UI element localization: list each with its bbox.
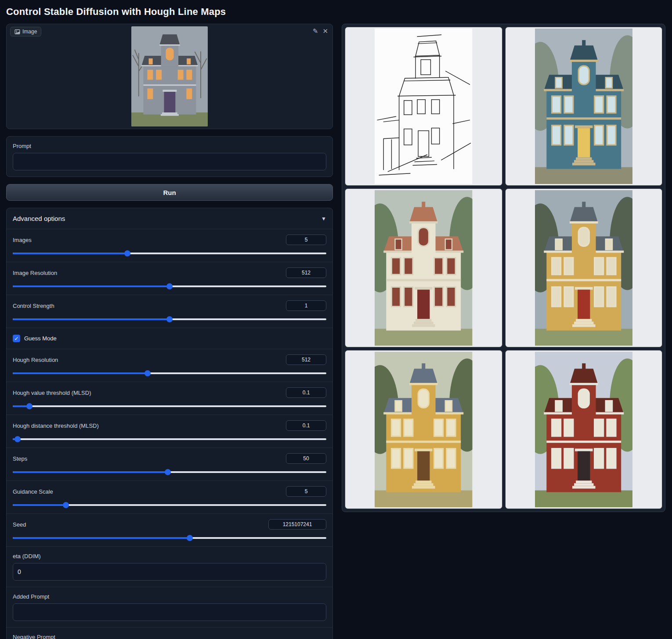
generated-house-image-5: [535, 352, 633, 507]
slider-guidance-scale-track[interactable]: [13, 502, 326, 508]
output-gallery: [342, 24, 665, 512]
slider-hough-resolution-label: Hough Resolution: [13, 357, 58, 363]
slider-seed-label: Seed: [13, 521, 26, 528]
slider-hough-distance-threshold: Hough distance threshold (MLSD): [7, 415, 332, 448]
controls-column: Image ✎ ✕ Prompt Run Advanced options ▼: [6, 24, 333, 639]
gallery-item-output-3[interactable]: [505, 188, 663, 347]
slider-control-strength-handle[interactable]: [166, 316, 173, 322]
slider-hough-distance-threshold-track[interactable]: [13, 436, 326, 442]
slider-hough-value-threshold: Hough value threshold (MLSD): [7, 382, 332, 415]
edit-icon[interactable]: ✎: [313, 28, 318, 34]
eta-label: eta (DDIM): [13, 553, 326, 560]
slider-guidance-scale-value[interactable]: [286, 486, 326, 497]
slider-seed-track[interactable]: [13, 535, 326, 541]
guess-mode-label: Guess Mode: [24, 335, 57, 342]
slider-hough-resolution-track[interactable]: [13, 370, 326, 376]
slider-hough-value-threshold-handle[interactable]: [26, 403, 33, 409]
slider-images-handle[interactable]: [124, 250, 130, 256]
slider-guidance-scale: Guidance Scale: [7, 480, 332, 513]
generated-house-image-2: [375, 190, 473, 346]
slider-images-track[interactable]: [13, 250, 326, 256]
slider-hough-resolution-value[interactable]: [286, 354, 326, 365]
slider-hough-distance-threshold-handle[interactable]: [14, 436, 21, 442]
slider-control-strength-label: Control Strength: [13, 303, 54, 309]
slider-steps-value[interactable]: [286, 453, 326, 464]
slider-hough-value-threshold-label: Hough value threshold (MLSD): [13, 390, 91, 396]
slider-hough-distance-threshold-label: Hough distance threshold (MLSD): [13, 422, 99, 429]
gallery-item-output-2[interactable]: [345, 188, 502, 347]
slider-hough-value-threshold-value[interactable]: [286, 387, 326, 398]
gallery-item-output-5[interactable]: [505, 350, 663, 509]
slider-images: Images: [7, 229, 332, 262]
slider-guidance-scale-handle[interactable]: [63, 502, 69, 508]
input-image[interactable]: [131, 26, 208, 126]
added-prompt-group: Added Prompt: [7, 587, 332, 627]
slider-steps: Steps: [7, 448, 332, 480]
slider-hough-value-threshold-track[interactable]: [13, 403, 326, 409]
prompt-block: Prompt: [6, 136, 333, 177]
chevron-down-icon: ▼: [321, 216, 326, 222]
run-button[interactable]: Run: [6, 184, 333, 201]
advanced-options-header[interactable]: Advanced options ▼: [7, 208, 332, 229]
image-input-label-text: Image: [22, 29, 37, 35]
prompt-label: Prompt: [13, 143, 326, 149]
output-column: [342, 24, 665, 512]
eta-group: eta (DDIM): [7, 546, 332, 587]
eta-input[interactable]: [13, 563, 326, 581]
app-root: Control Stable Diffusion with Hough Line…: [0, 0, 672, 639]
generated-house-image-3: [535, 190, 633, 346]
page-title: Control Stable Diffusion with Hough Line…: [6, 6, 665, 18]
slider-image-resolution-label: Image Resolution: [13, 270, 57, 276]
generated-house-image-4: [375, 352, 473, 507]
slider-hough-resolution-handle[interactable]: [145, 370, 151, 376]
slider-guidance-scale-label: Guidance Scale: [13, 488, 53, 495]
advanced-options-panel: Advanced options ▼ Images: [6, 208, 333, 639]
slider-hough-distance-threshold-value[interactable]: [286, 420, 326, 431]
slider-images-label: Images: [13, 237, 32, 243]
hough-line-map-image: [375, 29, 473, 184]
negative-prompt-label: Negative Prompt: [13, 634, 326, 639]
slider-images-value[interactable]: [286, 235, 326, 245]
slider-image-resolution: Image Resolution: [7, 262, 332, 295]
guess-mode-row: ✓ Guess Mode: [7, 328, 332, 349]
slider-image-resolution-track[interactable]: [13, 283, 326, 289]
image-icon: [14, 29, 20, 35]
slider-control-strength: Control Strength: [7, 295, 332, 328]
gallery-item-output-4[interactable]: [345, 350, 502, 509]
image-input-label: Image: [10, 27, 41, 36]
slider-hough-resolution: Hough Resolution: [7, 349, 332, 382]
slider-image-resolution-handle[interactable]: [166, 283, 173, 289]
slider-seed-value[interactable]: [268, 519, 326, 530]
slider-steps-track[interactable]: [13, 469, 326, 475]
negative-prompt-group: Negative Prompt: [7, 627, 332, 639]
slider-control-strength-track[interactable]: [13, 316, 326, 322]
slider-seed: Seed: [7, 513, 332, 546]
prompt-input[interactable]: [13, 153, 326, 170]
gallery-item-output-1[interactable]: [505, 27, 663, 186]
slider-image-resolution-value[interactable]: [286, 267, 326, 278]
image-input-block[interactable]: Image ✎ ✕: [6, 24, 333, 129]
added-prompt-input[interactable]: [13, 603, 326, 621]
gallery-item-hough-map[interactable]: [345, 27, 502, 186]
added-prompt-label: Added Prompt: [13, 593, 326, 600]
close-icon[interactable]: ✕: [322, 28, 328, 34]
advanced-options-title: Advanced options: [13, 215, 65, 222]
slider-control-strength-value[interactable]: [286, 300, 326, 311]
generated-house-image-1: [535, 29, 633, 184]
slider-steps-handle[interactable]: [165, 469, 171, 475]
guess-mode-checkbox[interactable]: ✓: [13, 335, 20, 342]
slider-steps-label: Steps: [13, 455, 27, 462]
slider-seed-handle[interactable]: [187, 535, 193, 541]
